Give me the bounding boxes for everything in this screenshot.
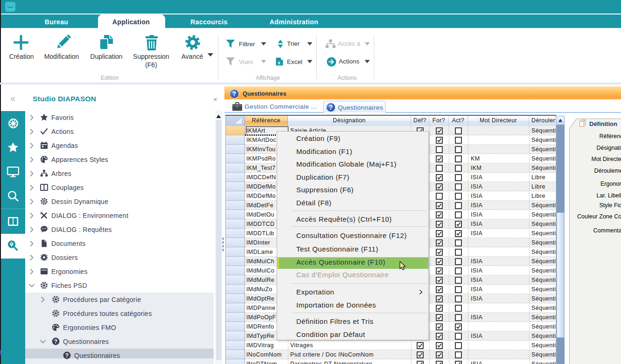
svg-text:?: ?: [65, 352, 69, 359]
svg-text:x: x: [278, 60, 280, 65]
svg-text:?: ?: [54, 338, 57, 345]
